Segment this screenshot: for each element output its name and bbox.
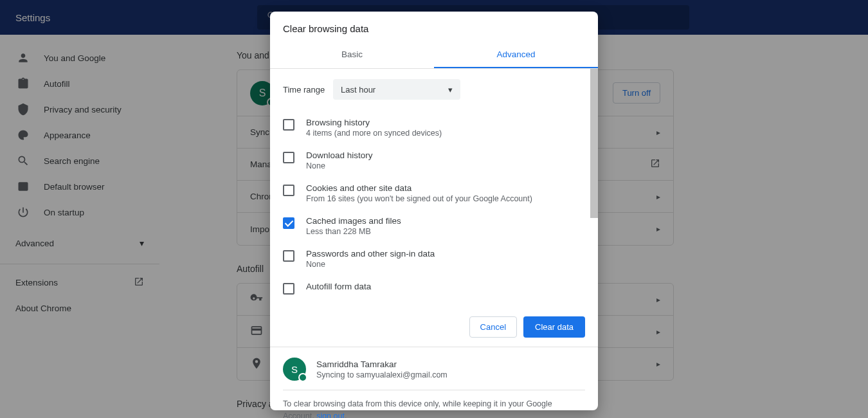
dialog-actions: Cancel Clear data <box>270 307 598 347</box>
sign-out-link[interactable]: sign out <box>316 412 345 418</box>
option-title: Passwords and other sign-in data <box>306 249 435 259</box>
clear-data-button[interactable]: Clear data <box>523 316 585 338</box>
dropdown-arrow-icon: ▾ <box>448 85 453 95</box>
avatar: S <box>283 358 306 381</box>
checkbox[interactable] <box>283 250 294 262</box>
checkbox[interactable] <box>283 185 294 196</box>
scrollbar[interactable] <box>590 69 598 218</box>
option-title: Cookies and other site data <box>306 183 532 193</box>
checkbox[interactable] <box>283 283 294 295</box>
divider <box>283 390 585 390</box>
clear-browsing-data-dialog: Clear browsing data Basic Advanced Time … <box>270 12 598 410</box>
option-subtitle: None <box>306 260 435 269</box>
option-subtitle: From 16 sites (you won't be signed out o… <box>306 194 532 203</box>
footer-note: To clear browsing data from this device … <box>283 398 585 418</box>
option-subtitle: 4 items (and more on synced devices) <box>306 129 442 138</box>
footer-user: S Samriddha Tamrakar Syncing to samyuala… <box>283 358 585 381</box>
sync-badge-icon <box>298 373 307 382</box>
tab-advanced[interactable]: Advanced <box>434 42 598 68</box>
option-title: Download history <box>306 150 373 160</box>
option-title: Autofill form data <box>306 282 371 291</box>
time-range-row: Time range Last hour ▾ <box>283 79 580 100</box>
clear-option-row: Cached images and filesLess than 228 MB <box>283 210 580 242</box>
user-status: Syncing to samyualalexi@gmail.com <box>316 370 448 379</box>
clear-option-row: Autofill form data <box>283 275 580 301</box>
dialog-title: Clear browsing data <box>270 12 598 42</box>
clear-option-row: Download historyNone <box>283 144 580 177</box>
tab-basic[interactable]: Basic <box>270 42 434 68</box>
option-title: Browsing history <box>306 118 442 127</box>
note-suffix: . <box>345 412 347 418</box>
checkbox[interactable] <box>283 119 294 131</box>
dialog-body: Time range Last hour ▾ Browsing history4… <box>270 69 598 307</box>
option-subtitle: Less than 228 MB <box>306 227 401 236</box>
time-range-label: Time range <box>283 85 333 95</box>
modal-overlay: Clear browsing data Basic Advanced Time … <box>0 0 868 418</box>
dialog-tabs: Basic Advanced <box>270 42 598 69</box>
checkbox[interactable] <box>283 217 294 229</box>
checkbox[interactable] <box>283 152 294 163</box>
clear-option-row: Passwords and other sign-in dataNone <box>283 242 580 275</box>
option-title: Cached images and files <box>306 216 401 226</box>
clear-option-row: Cookies and other site dataFrom 16 sites… <box>283 177 580 210</box>
cancel-button[interactable]: Cancel <box>469 316 517 338</box>
user-name: Samriddha Tamrakar <box>316 359 448 369</box>
avatar-initial: S <box>291 364 298 375</box>
time-range-select[interactable]: Last hour ▾ <box>333 79 460 100</box>
dialog-footer: S Samriddha Tamrakar Syncing to samyuala… <box>270 347 598 418</box>
time-range-value: Last hour <box>341 85 375 95</box>
option-subtitle: None <box>306 161 373 170</box>
clear-option-row: Browsing history4 items (and more on syn… <box>283 111 580 144</box>
